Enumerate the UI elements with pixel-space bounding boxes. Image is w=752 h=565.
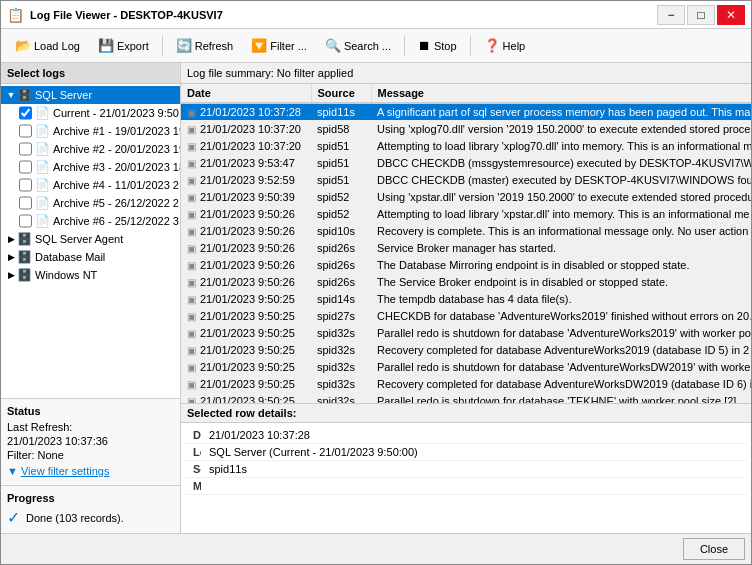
tree-checkbox[interactable] (19, 178, 32, 192)
cell-date: ▣21/01/2023 10:37:28 (181, 103, 311, 121)
table-row[interactable]: ▣21/01/2023 10:37:20 spid58 Using 'xplog… (181, 121, 751, 138)
tree-node[interactable]: 📄 Archive #6 - 25/12/2022 3:27:00 (1, 212, 180, 230)
filter-button[interactable]: 🔽 Filter ... (243, 33, 315, 59)
table-row[interactable]: ▣21/01/2023 9:50:25 spid32s Recovery com… (181, 342, 751, 359)
cell-source: spid51 (311, 138, 371, 155)
table-row[interactable]: ▣21/01/2023 9:50:25 spid32s Parallel red… (181, 325, 751, 342)
view-filter-link[interactable]: View filter settings (21, 465, 109, 477)
cell-message: Parallel redo is shutdown for database '… (371, 359, 751, 376)
row-icon: ▣ (187, 141, 196, 152)
tree-node[interactable]: 📄 Archive #3 - 20/01/2023 18:58:00 (1, 158, 180, 176)
detail-label-source: Source (185, 461, 201, 478)
tree-node[interactable]: 📄 Archive #4 - 11/01/2023 2:47:00 (1, 176, 180, 194)
row-icon: ▣ (187, 277, 196, 288)
table-row[interactable]: ▣21/01/2023 9:50:26 spid26s The Service … (181, 274, 751, 291)
export-button[interactable]: 💾 Export (90, 33, 157, 59)
last-refresh-label: Last Refresh: (7, 421, 174, 433)
app-icon: 📋 (7, 7, 24, 23)
window-close-button[interactable]: ✕ (717, 5, 745, 25)
table-row[interactable]: ▣21/01/2023 9:50:26 spid10s Recovery is … (181, 223, 751, 240)
tree-node[interactable]: 📄 Archive #1 - 19/01/2023 19:04:00 (1, 122, 180, 140)
row-icon: ▣ (187, 226, 196, 237)
stop-button[interactable]: ⏹ Stop (410, 33, 465, 59)
title-bar-left: 📋 Log File Viewer - DESKTOP-4KUSVI7 (7, 7, 223, 23)
detail-label-message: Message (185, 478, 201, 495)
row-icon: ▣ (187, 328, 196, 339)
cell-message: Using 'xpstar.dll' version '2019 150.200… (371, 189, 751, 206)
table-row[interactable]: ▣21/01/2023 9:50:25 spid32s Parallel red… (181, 359, 751, 376)
table-row[interactable]: ▣21/01/2023 9:50:26 spid26s The Database… (181, 257, 751, 274)
col-source[interactable]: Source (311, 84, 371, 103)
cell-source: spid32s (311, 325, 371, 342)
tree-node[interactable]: ▶ 🗄️ Windows NT (1, 266, 180, 284)
cell-message: Using 'xplog70.dll' version '2019 150.20… (371, 121, 751, 138)
cell-message: Recovery completed for database Adventur… (371, 342, 751, 359)
tree-checkbox[interactable] (19, 160, 32, 174)
progress-message: Done (103 records). (26, 512, 124, 524)
log-summary: Log file summary: No filter applied (181, 63, 751, 84)
filter-status: Filter: None (7, 449, 174, 461)
close-button[interactable]: Close (683, 538, 745, 560)
table-row[interactable]: ▣21/01/2023 9:50:26 spid26s Service Brok… (181, 240, 751, 257)
stop-label: Stop (434, 40, 457, 52)
tree-toggle-icon: ▶ (5, 270, 17, 280)
tree-node[interactable]: ▼ 🗄️ SQL Server (1, 86, 180, 104)
table-row[interactable]: ▣21/01/2023 10:37:20 spid51 Attempting t… (181, 138, 751, 155)
col-message[interactable]: Message (371, 84, 751, 103)
detail-label-log: Log (185, 444, 201, 461)
refresh-button[interactable]: 🔄 Refresh (168, 33, 242, 59)
tree-checkbox[interactable] (19, 196, 32, 210)
tree-node[interactable]: ▶ 🗄️ Database Mail (1, 248, 180, 266)
detail-content[interactable]: Date 21/01/2023 10:37:28 Log SQL Server … (181, 423, 751, 533)
tree-area[interactable]: ▼ 🗄️ SQL Server 📄 Current - 21/01/2023 9… (1, 84, 180, 398)
cell-source: spid51 (311, 155, 371, 172)
help-icon: ❓ (484, 38, 500, 53)
tree-checkbox[interactable] (19, 214, 32, 228)
cell-date: ▣21/01/2023 9:50:25 (181, 325, 311, 342)
folder-icon: 🗄️ (17, 268, 32, 282)
load-log-button[interactable]: 📂 Load Log (7, 33, 88, 59)
log-file-icon: 📄 (35, 160, 50, 174)
tree-checkbox[interactable] (19, 106, 32, 120)
log-file-icon: 📄 (35, 142, 50, 156)
tree-node[interactable]: ▶ 🗄️ SQL Server Agent (1, 230, 180, 248)
toolbar-sep-2 (404, 36, 405, 56)
load-log-icon: 📂 (15, 38, 31, 53)
table-row[interactable]: ▣21/01/2023 10:37:28 spid11s A significa… (181, 103, 751, 121)
table-row[interactable]: ▣21/01/2023 9:50:25 spid32s Recovery com… (181, 376, 751, 393)
tree-checkbox[interactable] (19, 124, 32, 138)
cell-source: spid58 (311, 121, 371, 138)
left-panel-header: Select logs (1, 63, 180, 84)
row-icon: ▣ (187, 311, 196, 322)
window-title: Log File Viewer - DESKTOP-4KUSVI7 (30, 9, 223, 21)
log-file-icon: 📄 (35, 106, 50, 120)
tree-node[interactable]: 📄 Archive #2 - 20/01/2023 19:00:00 (1, 140, 180, 158)
search-label: Search ... (344, 40, 391, 52)
log-table-container[interactable]: Date Source Message ▣21/01/2023 10:37:28… (181, 84, 751, 403)
log-file-icon: 📄 (35, 214, 50, 228)
detail-row-message: Message (185, 478, 747, 495)
help-button[interactable]: ❓ Help (476, 33, 534, 59)
table-row[interactable]: ▣21/01/2023 9:52:59 spid51 DBCC CHECKDB … (181, 172, 751, 189)
table-row[interactable]: ▣21/01/2023 9:53:47 spid51 DBCC CHECKDB … (181, 155, 751, 172)
tree-node[interactable]: 📄 Archive #5 - 26/12/2022 2:10:00 (1, 194, 180, 212)
tree-checkbox[interactable] (19, 142, 32, 156)
export-icon: 💾 (98, 38, 114, 53)
cell-date: ▣21/01/2023 9:50:26 (181, 257, 311, 274)
load-log-label: Load Log (34, 40, 80, 52)
toolbar-sep-3 (470, 36, 471, 56)
cell-date: ▣21/01/2023 10:37:20 (181, 121, 311, 138)
row-icon: ▣ (187, 243, 196, 254)
table-row[interactable]: ▣21/01/2023 9:50:39 spid52 Using 'xpstar… (181, 189, 751, 206)
tree-node-label: Windows NT (35, 269, 97, 281)
minimize-button[interactable]: − (657, 5, 685, 25)
table-row[interactable]: ▣21/01/2023 9:50:25 spid32s Parallel red… (181, 393, 751, 404)
col-date[interactable]: Date (181, 84, 311, 103)
table-row[interactable]: ▣21/01/2023 9:50:25 spid14s The tempdb d… (181, 291, 751, 308)
table-row[interactable]: ▣21/01/2023 9:50:25 spid27s CHECKDB for … (181, 308, 751, 325)
search-button[interactable]: 🔍 Search ... (317, 33, 399, 59)
tree-node[interactable]: 📄 Current - 21/01/2023 9:50:00 (1, 104, 180, 122)
maximize-button[interactable]: □ (687, 5, 715, 25)
table-row[interactable]: ▣21/01/2023 9:50:26 spid52 Attempting to… (181, 206, 751, 223)
cell-source: spid14s (311, 291, 371, 308)
